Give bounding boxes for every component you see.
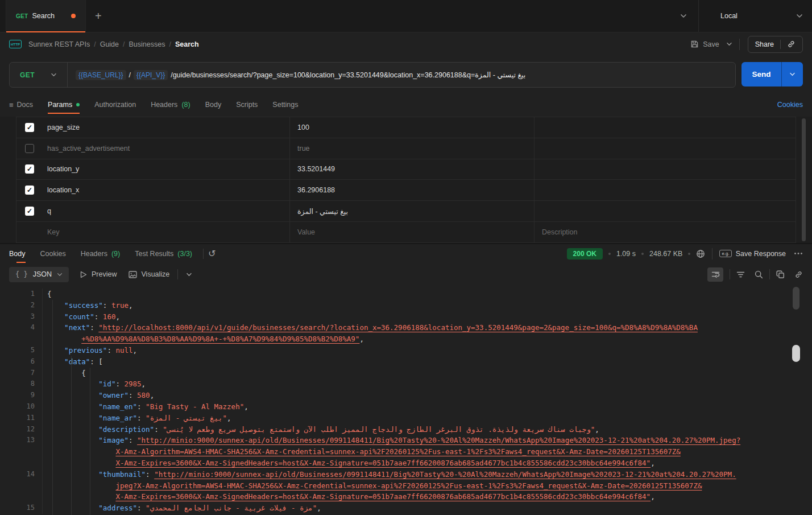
response-tab-body[interactable]: Body	[9, 244, 33, 263]
param-value[interactable]: بيغ تيستي - المزة	[289, 201, 534, 221]
tab-list-chevron-icon[interactable]	[669, 0, 698, 32]
param-description[interactable]	[534, 159, 796, 180]
json-punctuation: ,	[133, 346, 138, 355]
environment-selector[interactable]: Local	[698, 0, 812, 32]
param-key[interactable]: page_size	[43, 117, 289, 138]
copy-link-icon[interactable]	[787, 40, 796, 48]
json-punctuation: ,	[651, 492, 655, 501]
code-scrollbar-thumb[interactable]	[793, 287, 799, 310]
response-url-link[interactable]: "http://minio:9000/sunnex-api/old/Busine…	[137, 436, 740, 444]
checkbox-unchecked[interactable]	[25, 144, 34, 153]
method-selector[interactable]: GET	[10, 71, 67, 79]
request-tab-headers[interactable]: Headers(8)	[143, 93, 198, 117]
url-variable-base[interactable]: {{BASE_URL}}	[76, 70, 126, 80]
indent-guide	[52, 300, 53, 515]
response-url-link[interactable]: "http://minio:9000/sunnex-api/old/Busine…	[154, 470, 736, 479]
response-url-link[interactable]: X-Amz-Algorithm=AWS4-HMAC-SHA256&X-Amz-C…	[115, 447, 680, 456]
params-table: ✓page_size100has_active_advertisementtru…	[16, 117, 796, 243]
visualize-button[interactable]: Visualize	[129, 270, 170, 278]
save-options-chevron-icon[interactable]	[719, 42, 739, 46]
param-description[interactable]	[534, 138, 796, 159]
page-scrollbar-thumb[interactable]	[792, 345, 800, 362]
url-input[interactable]: {{BASE_URL}} / {{API_V}} /guide/business…	[68, 70, 533, 80]
request-tabs: ≡DocsParamsAuthorizationHeaders(8)BodySc…	[0, 93, 812, 117]
response-tab-test-results[interactable]: Test Results(3/3)	[127, 244, 200, 263]
param-description-placeholder[interactable]: Description	[534, 222, 796, 242]
url-variable-apiv[interactable]: {{API_V}}	[134, 70, 168, 80]
param-description[interactable]	[534, 201, 796, 221]
visualize-options-chevron-icon[interactable]	[186, 273, 192, 277]
request-tab-authorization[interactable]: Authorization	[87, 93, 143, 117]
json-punctuation	[47, 414, 98, 422]
save-response-button[interactable]: e.g. Save Response	[719, 250, 786, 258]
param-row-new: KeyValueDescription	[16, 222, 796, 243]
breadcrumb-folder-guide[interactable]: Guide	[100, 40, 119, 48]
line-number: 9	[0, 390, 43, 401]
response-url-link[interactable]: "http://localhost:8000/api/v1/guide/busi…	[98, 323, 698, 332]
json-key: "next"	[64, 323, 90, 332]
checkbox-checked[interactable]: ✓	[25, 123, 34, 132]
share-button[interactable]: Share	[748, 36, 803, 53]
checkbox-checked[interactable]: ✓	[25, 207, 34, 216]
param-value[interactable]: 100	[289, 117, 534, 138]
breadcrumb-folder-businesses[interactable]: Businesses	[129, 40, 165, 48]
save-button[interactable]: Save	[690, 40, 719, 48]
tab-label: Authorization	[94, 101, 136, 109]
checkbox-checked[interactable]: ✓	[25, 186, 34, 195]
search-icon[interactable]	[755, 270, 763, 279]
tab-count-badge: (8)	[181, 101, 190, 109]
open-request-tab[interactable]: GET Search	[6, 0, 86, 32]
wrap-lines-toggle-icon[interactable]	[707, 267, 723, 282]
copy-response-icon[interactable]	[776, 270, 785, 279]
param-value[interactable]: true	[289, 138, 534, 159]
param-key[interactable]: location_x	[43, 180, 289, 200]
breadcrumb-collection[interactable]: Sunnex REST APIs	[28, 40, 90, 48]
request-tab-body[interactable]: Body	[198, 93, 229, 117]
param-key[interactable]: q	[43, 201, 289, 221]
cookies-link[interactable]: Cookies	[777, 93, 803, 117]
preview-button[interactable]: Preview	[80, 270, 117, 278]
checkbox-checked[interactable]: ✓	[25, 164, 34, 174]
param-key[interactable]: location_y	[43, 159, 289, 180]
response-format-selector[interactable]: { } JSON	[9, 267, 69, 282]
response-tab-headers[interactable]: Headers(9)	[73, 244, 128, 263]
json-key: "name_en"	[98, 402, 137, 411]
response-tab-cookies[interactable]: Cookies	[33, 244, 73, 263]
json-code: 1{2 "success": true,3 "count": 160,4 "ne…	[0, 289, 812, 514]
status-badge[interactable]: 200 OK	[567, 248, 603, 259]
copy-link-icon[interactable]	[794, 270, 803, 279]
new-tab-button[interactable]: +	[86, 0, 111, 32]
response-history-icon[interactable]: ↺	[208, 248, 216, 259]
request-tab-docs[interactable]: ≡Docs	[9, 93, 40, 117]
param-value-placeholder[interactable]: Value	[289, 222, 534, 242]
param-description[interactable]	[534, 117, 796, 138]
request-tab-scripts[interactable]: Scripts	[229, 93, 265, 117]
response-body-viewer[interactable]: 1{2 "success": true,3 "count": 160,4 "ne…	[0, 286, 812, 515]
filter-icon[interactable]	[736, 271, 745, 278]
param-description[interactable]	[534, 180, 796, 200]
code-line: +%D8%AA%D9%8A%D8%B3%D8%AA%D9%8A+-+%D8%A7…	[0, 333, 812, 345]
param-key-placeholder[interactable]: Key	[43, 222, 289, 242]
send-button[interactable]: Send	[741, 62, 781, 86]
response-time[interactable]: 1.09 s	[616, 250, 636, 258]
code-content: {	[43, 289, 812, 300]
save-icon	[690, 40, 699, 48]
response-url-link[interactable]: X-Amz-Expires=3600&X-Amz-SignedHeaders=h…	[115, 459, 651, 467]
response-url-link[interactable]: X-Amz-Expires=3600&X-Amz-SignedHeaders=h…	[115, 492, 651, 501]
network-globe-icon[interactable]	[696, 249, 705, 258]
more-options-icon[interactable]	[794, 252, 803, 255]
params-scrollbar[interactable]	[802, 118, 806, 241]
save-label: Save	[703, 40, 719, 48]
param-value[interactable]: 36.2906188	[289, 180, 534, 200]
response-size[interactable]: 248.67 KB	[649, 250, 682, 258]
response-url-link[interactable]: +%D8%AA%D9%8A%D8%B3%D8%AA%D9%8A+-+%D8%A7…	[81, 335, 359, 343]
request-tab-settings[interactable]: Settings	[265, 93, 305, 117]
param-value[interactable]: 33.5201449	[289, 159, 534, 180]
request-tab-params[interactable]: Params	[40, 93, 87, 117]
code-line: 7 {	[0, 368, 812, 379]
send-options-chevron-icon[interactable]	[781, 62, 803, 86]
param-key[interactable]: has_active_advertisement	[43, 138, 289, 159]
response-url-link[interactable]: jpeg?X-Amz-Algorithm=AWS4-HMAC-SHA256&X-…	[115, 481, 702, 490]
json-punctuation	[47, 459, 115, 467]
json-punctuation: ,	[595, 425, 599, 434]
